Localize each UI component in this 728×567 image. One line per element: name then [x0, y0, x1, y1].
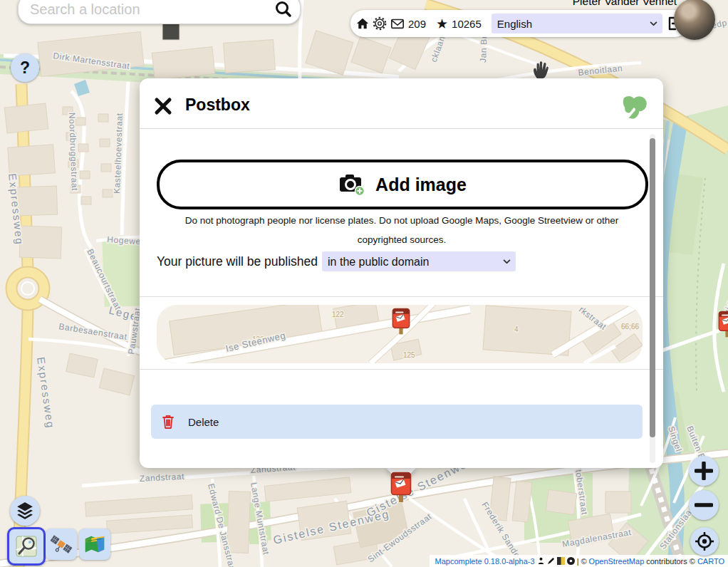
street-label: Jan Br — [478, 35, 489, 63]
attribution-divider: | — [577, 557, 579, 566]
house-number: 125 — [403, 351, 415, 359]
carto-link[interactable]: CARTO — [697, 557, 724, 566]
home-icon[interactable] — [356, 17, 369, 30]
house-number: 4 — [514, 326, 519, 333]
search-input[interactable] — [28, 1, 274, 19]
badge-icon — [557, 557, 565, 565]
contributors-text: contributors © — [646, 557, 695, 566]
folded-map-icon — [83, 533, 106, 556]
layers-icon — [14, 499, 36, 522]
pencil-icon — [547, 557, 555, 565]
help-label: ? — [20, 58, 30, 78]
username-link[interactable]: Pieter Vander Vennet — [573, 0, 677, 8]
mapcomplete-logo-icon — [620, 93, 649, 121]
dialog-title: Postbox — [185, 95, 250, 115]
postbox-marker-partial[interactable] — [718, 311, 728, 339]
layers-button[interactable] — [10, 496, 40, 526]
house-number: 66;66 — [621, 323, 639, 331]
satellite-icon — [50, 533, 73, 556]
delete-label: Delete — [188, 416, 219, 428]
copyright-symbol: © — [581, 557, 586, 566]
search-bar[interactable] — [18, 0, 301, 24]
language-select[interactable]: English — [492, 14, 662, 33]
theme-button-folded-map[interactable] — [79, 529, 110, 560]
star-count[interactable]: 10265 — [452, 18, 482, 30]
add-image-button[interactable]: Add image — [157, 160, 648, 209]
delete-button[interactable]: Delete — [151, 405, 643, 439]
openstreetmap-link[interactable]: OpenStreetMap — [589, 557, 645, 566]
license-row: Your picture will be published in the pu… — [157, 251, 516, 271]
license-label: Your picture will be published — [157, 254, 318, 269]
license-select-wrap: in the public domain — [322, 251, 516, 271]
help-button[interactable]: ? — [11, 53, 39, 82]
hand-cursor-icon — [531, 60, 550, 80]
avatar[interactable] — [674, 0, 715, 40]
locate-button[interactable] — [690, 527, 719, 556]
star-icon[interactable]: ★ — [436, 17, 448, 31]
zoom-out-button[interactable] — [689, 490, 719, 520]
mail-icon[interactable] — [390, 17, 405, 30]
circle-badge-icon — [567, 557, 575, 565]
plus-icon — [695, 462, 713, 480]
theme-button-osm-selected[interactable] — [7, 527, 46, 566]
divider — [140, 369, 663, 370]
mapcomplete-version-link[interactable]: Mapcomplete 0.18.0-alpha-3 — [435, 557, 535, 566]
postbox-dialog: Postbox Add image Do not photograph peop… — [140, 78, 663, 468]
add-image-label: Add image — [375, 175, 467, 195]
dialog-minimap[interactable]: 122 136 125 4 66;66 Ise Steenweg rkstraa… — [157, 305, 643, 363]
scrollbar-thumb[interactable] — [650, 138, 655, 437]
trash-icon — [161, 414, 175, 430]
divider — [140, 296, 663, 297]
minus-icon — [695, 496, 713, 514]
message-count[interactable]: 209 — [408, 18, 426, 30]
osm-theme-icon — [14, 534, 38, 558]
house-number: 122 — [332, 311, 344, 318]
theme-button-satellite[interactable] — [46, 529, 77, 560]
user-toolbar: 209 ★ 10265 English — [350, 10, 688, 37]
contributor-badge-icon — [537, 557, 545, 565]
zoom-in-button[interactable] — [689, 456, 719, 486]
gear-icon[interactable] — [373, 16, 387, 31]
language-select-wrap: English — [492, 14, 662, 33]
divider — [140, 128, 663, 129]
license-select[interactable]: in the public domain — [322, 251, 516, 271]
search-icon[interactable] — [274, 0, 293, 19]
attribution-bar: Mapcomplete 0.18.0-alpha-3 | © OpenStree… — [430, 555, 728, 567]
postbox-marker[interactable] — [390, 472, 412, 504]
close-icon[interactable] — [152, 95, 174, 117]
image-upload-notice: Do not photograph people nor license pla… — [171, 211, 633, 249]
locate-icon — [695, 531, 714, 551]
camera-plus-icon — [338, 172, 365, 197]
